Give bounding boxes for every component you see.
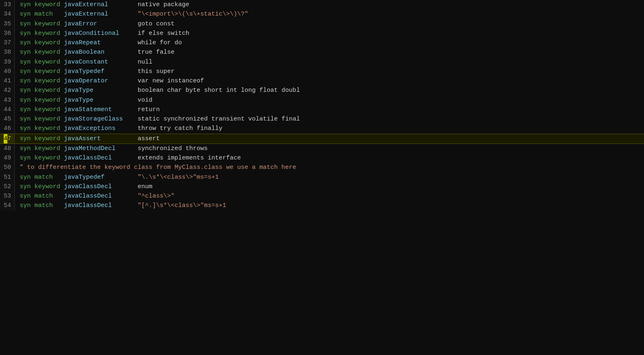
token: match (34, 202, 64, 209)
token: keyword (34, 59, 64, 66)
token: keyword (34, 106, 64, 113)
token: keyword (34, 20, 64, 27)
token: syn (20, 49, 34, 56)
line-content: syn keyword javaBoolean true false (15, 48, 644, 57)
token: javaMethodDecl (64, 145, 119, 152)
token: syn (20, 155, 34, 162)
line-number: 33 (0, 0, 15, 9)
line-number: 54 (0, 201, 15, 210)
token: match (34, 11, 64, 18)
token: "^class\>" (119, 193, 175, 200)
line-content: syn match javaTypedef "\.\s*\<class\>"ms… (15, 173, 644, 182)
line-number: 49 (0, 153, 15, 163)
line-content: syn keyword javaExternal native package (15, 0, 644, 9)
token: javaOperator (64, 77, 119, 84)
token: goto const (119, 20, 175, 27)
line-content: syn keyword javaConditional if else swit… (15, 29, 644, 38)
line-content: syn keyword javaClassDecl enum (15, 182, 644, 191)
token: javaExternal (64, 11, 119, 18)
token: syn (20, 116, 34, 123)
line-content: syn keyword javaStorageClass static sync… (15, 114, 644, 124)
token: void (119, 97, 152, 104)
code-line: 47syn keyword javaAssert assert (0, 134, 644, 144)
line-number: 41 (0, 76, 15, 86)
token: match (34, 193, 64, 200)
token: enum (119, 183, 152, 190)
token: syn (20, 87, 34, 94)
token: "[^.]\s*\<class\>"ms=s+1 (119, 202, 226, 209)
line-content: syn keyword javaMethodDecl synchronized … (15, 144, 644, 153)
token: javaTypedef (64, 68, 119, 75)
token: syn (20, 1, 34, 8)
token: "\.\s*\<class\>"ms=s+1 (119, 174, 219, 181)
token: syn (20, 30, 34, 37)
token: null (119, 59, 152, 66)
token: javaExternal (64, 1, 119, 8)
line-number: 39 (0, 57, 15, 67)
code-line: 53syn match javaClassDecl "^class\>" (0, 191, 644, 201)
token: syn (20, 68, 34, 75)
token: while for do (119, 39, 182, 46)
token: javaError (64, 20, 119, 27)
token: assert (119, 135, 160, 142)
code-line: 33syn keyword javaExternal native packag… (0, 0, 644, 9)
token: keyword (34, 97, 64, 104)
line-number: 51 (0, 173, 15, 182)
line-number: 44 (0, 105, 15, 114)
line-number: 38 (0, 48, 15, 57)
line-content: syn keyword javaType void (15, 96, 644, 105)
token: boolean char byte short int long float d… (119, 87, 300, 94)
code-line: 54syn match javaClassDecl "[^.]\s*\<clas… (0, 201, 644, 210)
token: this super (119, 68, 175, 75)
code-line: 37syn keyword javaRepeat while for do (0, 38, 644, 48)
token: javaClassDecl (64, 202, 119, 209)
token: javaStatement (64, 106, 119, 113)
line-content: syn match javaExternal "\<import\>\(\s\+… (15, 9, 644, 19)
token: javaAssert (64, 135, 119, 142)
token: syn (20, 77, 34, 84)
token: javaExceptions (64, 125, 119, 132)
token: keyword (34, 49, 64, 56)
token: keyword (34, 125, 64, 132)
token: javaType (64, 87, 119, 94)
line-number: 42 (0, 86, 15, 95)
token: if else switch (119, 30, 189, 37)
token: syn (20, 20, 34, 27)
token: syn (20, 59, 34, 66)
code-line: 38syn keyword javaBoolean true false (0, 48, 644, 57)
token: javaClassDecl (64, 155, 119, 162)
line-number: 47 (0, 134, 15, 143)
token: javaTypedef (64, 174, 119, 181)
token: javaBoolean (64, 49, 119, 56)
token: extends implements interface (119, 155, 241, 162)
token: return (119, 106, 160, 113)
code-line: 48syn keyword javaMethodDecl synchronize… (0, 144, 644, 153)
token: javaRepeat (64, 39, 119, 46)
line-number: 37 (0, 38, 15, 48)
token: native package (119, 1, 189, 8)
token: syn (20, 145, 34, 152)
code-line: 46syn keyword javaExceptions throw try c… (0, 124, 644, 133)
line-number: 34 (0, 9, 15, 19)
token: syn (20, 135, 34, 142)
token: synchronized throws (119, 145, 208, 152)
token: syn (20, 174, 34, 181)
code-editor: 33syn keyword javaExternal native packag… (0, 0, 644, 355)
line-content: syn keyword javaStatement return (15, 105, 644, 114)
line-number: 35 (0, 19, 15, 29)
token: keyword (34, 145, 64, 152)
token: syn (20, 125, 34, 132)
token: throw try catch finally (119, 125, 222, 132)
token: static synchronized transient volatile f… (123, 116, 300, 123)
line-number: 50 (0, 163, 15, 172)
line-number: 46 (0, 124, 15, 133)
token: javaClassDecl (64, 193, 119, 200)
token: var new instanceof (119, 77, 204, 84)
token: syn (20, 97, 34, 104)
line-content: " to differentiate the keyword class fro… (15, 163, 644, 172)
token: match (34, 174, 64, 181)
token: javaClassDecl (64, 183, 119, 190)
token: keyword (34, 1, 64, 8)
token: " to differentiate the keyword class fro… (20, 164, 296, 171)
line-content: syn keyword javaAssert assert (15, 134, 644, 143)
